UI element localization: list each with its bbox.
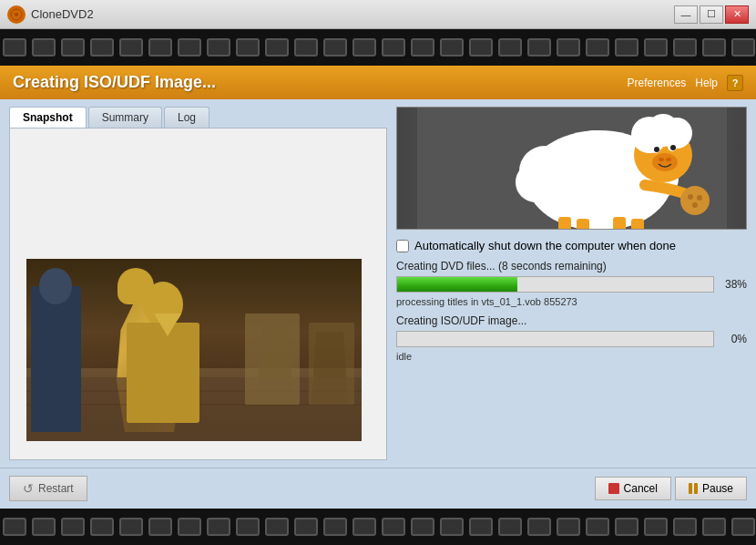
film-strip-bottom (0, 509, 756, 545)
film-hole (673, 38, 697, 57)
main-content: Creating ISO/UDF Image... Preferences He… (0, 66, 756, 509)
dvd-progress-subtext: processing titles in vts_01_1.vob 855273 (396, 296, 747, 307)
iso-progress-percent: 0% (720, 333, 747, 345)
film-hole (411, 38, 434, 57)
svg-rect-34 (577, 219, 589, 229)
film-hole (61, 518, 85, 536)
film-hole (119, 518, 143, 536)
close-button[interactable]: ✕ (725, 5, 749, 24)
shutdown-label[interactable]: Automatically shut down the computer whe… (414, 239, 676, 252)
film-hole (469, 518, 493, 536)
pause-button[interactable]: Pause (675, 477, 747, 500)
film-hole (557, 38, 580, 57)
film-hole (440, 518, 464, 536)
film-hole (294, 38, 318, 57)
iso-progress-subtext: idle (396, 351, 747, 362)
restart-icon: ↺ (23, 481, 34, 496)
shutdown-checkbox[interactable] (396, 240, 409, 252)
film-hole (323, 38, 347, 57)
pause-bar-2 (694, 483, 698, 494)
tab-snapshot[interactable]: Snapshot (9, 107, 87, 128)
film-hole (673, 518, 697, 536)
film-hole (382, 518, 405, 536)
svg-rect-35 (613, 217, 626, 229)
film-strip-holes-top (0, 38, 756, 57)
film-hole (148, 38, 172, 57)
pause-label: Pause (702, 482, 733, 495)
svg-point-29 (670, 145, 676, 150)
film-hole (411, 518, 434, 536)
preferences-link[interactable]: Preferences (628, 77, 687, 89)
film-hole (236, 518, 260, 536)
film-hole (440, 38, 464, 57)
svg-rect-6 (31, 286, 81, 432)
film-hole (90, 38, 114, 57)
svg-point-30 (652, 153, 678, 171)
iso-progress-bar (396, 331, 714, 347)
tab-log[interactable]: Log (164, 107, 209, 128)
film-hole (119, 38, 143, 57)
film-hole (702, 518, 726, 536)
film-hole (702, 38, 726, 57)
sheep-background (397, 108, 746, 229)
film-hole (731, 518, 755, 536)
svg-point-42 (680, 186, 710, 215)
film-hole (3, 518, 26, 536)
svg-point-44 (697, 195, 702, 201)
film-hole (586, 518, 609, 536)
svg-point-32 (666, 158, 671, 161)
svg-rect-10 (245, 314, 300, 405)
maximize-button[interactable]: ☐ (700, 5, 723, 24)
film-hole (527, 518, 551, 536)
svg-point-45 (692, 202, 698, 208)
help-button[interactable]: ? (727, 75, 743, 91)
film-hole (265, 38, 289, 57)
film-hole (323, 518, 347, 536)
svg-point-7 (39, 268, 72, 304)
dvd-progress-section: Creating DVD files... (8 seconds remaini… (396, 260, 747, 307)
header-bar: Creating ISO/UDF Image... Preferences He… (0, 66, 756, 99)
svg-rect-36 (631, 219, 644, 229)
film-hole (615, 38, 639, 57)
restart-label: Restart (38, 482, 74, 495)
dvd-progress-percent: 38% (720, 278, 747, 291)
cancel-icon (608, 483, 619, 494)
film-hole (527, 38, 551, 57)
dvd-progress-label: Creating DVD files... (8 seconds remaini… (396, 260, 747, 272)
svg-point-43 (688, 194, 693, 200)
btn-group-right: Cancel Pause (595, 477, 747, 500)
film-hole (731, 38, 755, 57)
film-hole (178, 518, 201, 536)
shutdown-checkbox-row: Automatically shut down the computer whe… (396, 239, 747, 252)
film-strip-holes-bottom (0, 518, 756, 536)
right-panel: Automatically shut down the computer whe… (396, 107, 747, 460)
dvd-progress-fill (397, 277, 517, 292)
tab-summary[interactable]: Summary (88, 107, 162, 128)
help-link[interactable]: Help (695, 77, 718, 89)
film-hole (644, 38, 668, 57)
restart-button[interactable]: ↺ Restart (9, 476, 87, 501)
window-title: CloneDVD2 (31, 7, 94, 21)
title-bar-left: CloneDVD2 (7, 5, 94, 24)
film-hole (32, 518, 56, 536)
svg-rect-11 (309, 323, 354, 405)
cancel-label: Cancel (624, 482, 658, 495)
film-hole (178, 38, 201, 57)
film-hole (294, 518, 318, 536)
snapshot-area (10, 129, 386, 459)
cancel-button[interactable]: Cancel (595, 477, 671, 500)
film-hole (557, 518, 580, 536)
minimize-button[interactable]: — (674, 5, 698, 24)
svg-point-28 (654, 147, 659, 152)
svg-point-25 (661, 118, 692, 149)
pause-icon (689, 483, 698, 494)
film-hole (469, 38, 493, 57)
film-hole (352, 38, 376, 57)
film-hole (3, 38, 26, 57)
window-controls: — ☐ ✕ (674, 5, 749, 24)
film-hole (615, 518, 639, 536)
left-panel: Snapshot Summary Log (9, 107, 387, 460)
film-hole (644, 518, 668, 536)
film-hole (382, 38, 405, 57)
film-hole (207, 38, 230, 57)
